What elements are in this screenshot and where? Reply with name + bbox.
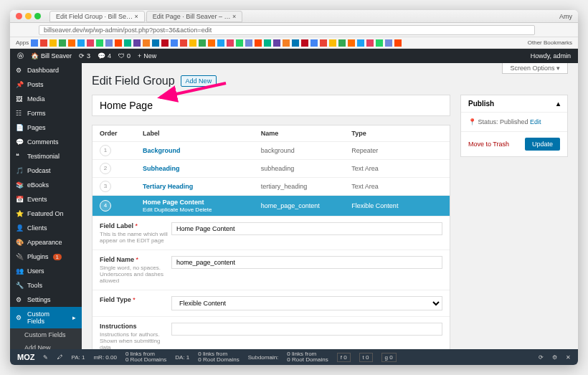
pencil-icon[interactable]: ✎ bbox=[43, 354, 48, 361]
screen-options-toggle[interactable]: Screen Options ▾ bbox=[502, 63, 568, 74]
table-row[interactable]: 2 Subheading subheading Text Area bbox=[93, 160, 450, 178]
maximize-window-button[interactable] bbox=[34, 13, 41, 19]
tools-icon: 🔧 bbox=[16, 282, 23, 289]
form-row-field-type: Field Type * Flexible Content bbox=[93, 290, 450, 317]
users-icon: 👥 bbox=[16, 267, 23, 275]
bookmarks-bar: Apps Other Bookmarks bbox=[10, 37, 578, 49]
wp-logo-icon[interactable]: ⓦ bbox=[17, 52, 24, 61]
sidebar-item-appearance[interactable]: 🎨Appearance bbox=[10, 235, 82, 250]
sidebar-item-custom-fields[interactable]: ⚙Custom Fields ▸ bbox=[10, 307, 82, 328]
plugins-icon: 🔌 bbox=[16, 253, 23, 260]
sidebar-sub-custom-fields[interactable]: Custom Fields bbox=[10, 328, 82, 341]
sidebar-item-pages[interactable]: 📄Pages bbox=[10, 120, 82, 135]
tab-close-icon[interactable]: × bbox=[232, 13, 236, 20]
sidebar-item-ebooks[interactable]: 📚eBooks bbox=[10, 178, 82, 192]
browser-tab-1[interactable]: Edit Field Group · Bill Se… × bbox=[49, 11, 145, 22]
close-window-button[interactable] bbox=[16, 13, 22, 19]
moz-toolbar: MOZ ✎ 🖍 PA: 1 mR: 0.00 0 links from0 Roo… bbox=[10, 349, 578, 365]
media-icon: 🖼 bbox=[16, 95, 23, 103]
forms-icon: ☷ bbox=[16, 110, 23, 117]
url-input[interactable]: billseaver.dev/wp/wp-admin/post.php?post… bbox=[39, 25, 535, 35]
table-row[interactable]: 3 Tertiary Heading tertiary_heading Text… bbox=[93, 178, 450, 196]
instructions-input[interactable] bbox=[171, 323, 442, 336]
collapse-icon[interactable]: ▴ bbox=[556, 100, 560, 108]
col-label: Label bbox=[143, 130, 261, 137]
browser-tab-2[interactable]: Edit Page · Bill Seaver – … × bbox=[146, 11, 242, 22]
updates-link[interactable]: ⟳ 3 bbox=[79, 52, 90, 60]
star-icon: ⭐ bbox=[16, 210, 23, 217]
twitter-count: t 0 bbox=[359, 353, 373, 362]
profile-name[interactable]: Amy bbox=[559, 13, 572, 20]
moz-logo[interactable]: MOZ bbox=[17, 353, 34, 361]
content-area: Screen Options ▾ Edit Field Group Add Ne… bbox=[82, 63, 578, 349]
page-title: Edit Field Group Add New bbox=[92, 75, 568, 87]
gear-icon[interactable]: ⚙ bbox=[552, 354, 557, 361]
appearance-icon: 🎨 bbox=[16, 239, 23, 246]
tab-close-icon[interactable]: × bbox=[135, 13, 138, 20]
custom-fields-icon: ⚙ bbox=[16, 314, 23, 321]
minimize-window-button[interactable] bbox=[25, 13, 32, 19]
facebook-count: f 0 bbox=[337, 353, 351, 362]
update-button[interactable]: Update bbox=[525, 138, 560, 151]
dashboard-icon: ⚙ bbox=[16, 67, 23, 74]
field-name-input[interactable] bbox=[171, 256, 442, 269]
publish-box: Publish▴ 📍 Status: Published Edit Move t… bbox=[460, 95, 568, 157]
sidebar-sub-add-new[interactable]: Add New bbox=[10, 341, 82, 349]
site-name-link[interactable]: 🏠 Bill Seaver bbox=[31, 52, 72, 60]
testimonial-icon: ❝ bbox=[16, 153, 23, 160]
sidebar-item-posts[interactable]: 📌Posts bbox=[10, 77, 82, 92]
sidebar-item-comments[interactable]: 💬Comments bbox=[10, 135, 82, 149]
apps-button[interactable]: Apps bbox=[16, 39, 29, 46]
group-title-input[interactable] bbox=[92, 95, 450, 116]
ebooks-icon: 📚 bbox=[16, 181, 23, 189]
col-order: Order bbox=[100, 130, 143, 137]
form-row-field-name: Field Name *Single word, no spaces. Unde… bbox=[93, 250, 450, 290]
sidebar-item-events[interactable]: 📅Events bbox=[10, 192, 82, 207]
sidebar-item-settings[interactable]: ⚙Settings bbox=[10, 293, 82, 307]
admin-sidebar: ⚙Dashboard 📌Posts 🖼Media ☷Forms 📄Pages 💬… bbox=[10, 63, 82, 349]
wp-admin-bar: ⓦ 🏠 Bill Seaver ⟳ 3 💬 4 🛡 0 + New Howdy,… bbox=[10, 49, 578, 63]
howdy-link[interactable]: Howdy, admin bbox=[531, 52, 571, 60]
url-bar: billseaver.dev/wp/wp-admin/post.php?post… bbox=[10, 23, 578, 37]
col-name: Name bbox=[261, 130, 352, 137]
marker-icon[interactable]: 🖍 bbox=[57, 354, 62, 361]
pages-icon: 📄 bbox=[16, 124, 23, 131]
close-icon[interactable]: ✕ bbox=[566, 354, 571, 361]
sidebar-item-tools[interactable]: 🔧Tools bbox=[10, 278, 82, 293]
form-row-instructions: InstructionsInstructions for authors. Sh… bbox=[93, 317, 450, 349]
sidebar-item-dashboard[interactable]: ⚙Dashboard bbox=[10, 63, 82, 77]
podcast-icon: 🎵 bbox=[16, 167, 23, 174]
refresh-icon[interactable]: ⟳ bbox=[539, 354, 544, 361]
comments-link[interactable]: 💬 4 bbox=[98, 52, 111, 60]
field-type-select[interactable]: Flexible Content bbox=[171, 296, 442, 310]
clients-icon: 👤 bbox=[16, 224, 23, 232]
other-bookmarks[interactable]: Other Bookmarks bbox=[528, 39, 572, 46]
sidebar-item-media[interactable]: 🖼Media bbox=[10, 92, 82, 106]
plugin-update-count: 1 bbox=[53, 254, 62, 260]
fields-table: Order Label Name Type 1 Background backg… bbox=[92, 125, 450, 349]
pin-icon: 📍 bbox=[468, 118, 476, 125]
posts-icon: 📌 bbox=[16, 81, 23, 88]
sidebar-item-forms[interactable]: ☷Forms bbox=[10, 106, 82, 120]
sidebar-item-plugins[interactable]: 🔌Plugins 1 bbox=[10, 250, 82, 264]
move-to-trash-link[interactable]: Move to Trash bbox=[468, 141, 509, 148]
new-content-link[interactable]: + New bbox=[138, 52, 156, 60]
notifications-link[interactable]: 🛡 0 bbox=[118, 52, 131, 60]
comments-icon: 💬 bbox=[16, 138, 23, 146]
row-actions[interactable]: Edit Duplicate Move Delete bbox=[143, 207, 261, 213]
table-row[interactable]: 1 Background background Repeater bbox=[93, 142, 450, 160]
field-label-input[interactable] bbox=[171, 222, 442, 235]
edit-status-link[interactable]: Edit bbox=[530, 118, 541, 125]
table-row-active[interactable]: 4 Home Page ContentEdit Duplicate Move D… bbox=[93, 196, 450, 217]
sidebar-item-podcast[interactable]: 🎵Podcast bbox=[10, 163, 82, 178]
sidebar-item-users[interactable]: 👥Users bbox=[10, 264, 82, 278]
sidebar-item-testimonial[interactable]: ❝Testimonial bbox=[10, 149, 82, 163]
events-icon: 📅 bbox=[16, 196, 23, 203]
gplus-count: g 0 bbox=[381, 353, 397, 362]
sidebar-item-clients[interactable]: 👤Clients bbox=[10, 221, 82, 235]
settings-icon: ⚙ bbox=[16, 296, 23, 303]
sidebar-item-featured[interactable]: ⭐Featured On bbox=[10, 207, 82, 221]
add-new-button[interactable]: Add New bbox=[181, 75, 217, 87]
form-row-field-label: Field Label *This is the name which will… bbox=[93, 217, 450, 250]
window-titlebar: Edit Field Group · Bill Se… × Edit Page … bbox=[10, 10, 578, 23]
